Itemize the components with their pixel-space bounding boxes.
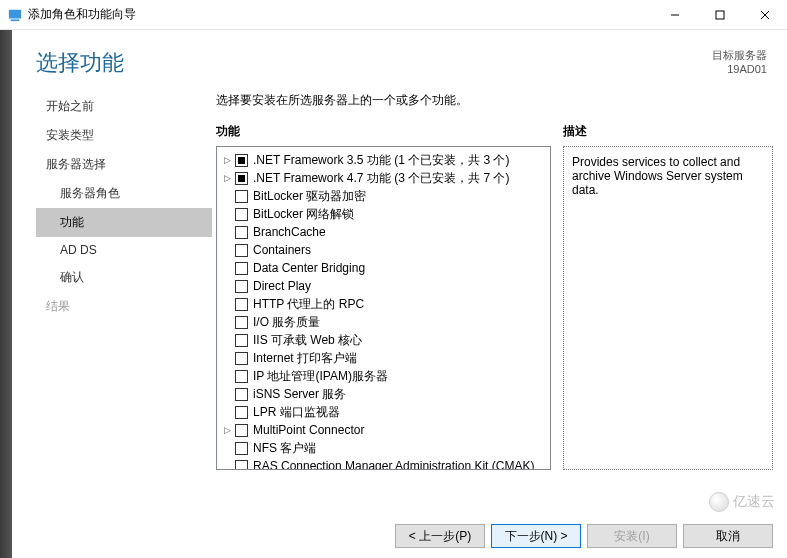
tree-label: .NET Framework 3.5 功能 (1 个已安装，共 3 个)	[253, 152, 509, 169]
checkbox[interactable]	[235, 424, 248, 437]
tree-row[interactable]: BitLocker 驱动器加密	[219, 187, 548, 205]
features-label: 功能	[216, 123, 551, 140]
tree-row[interactable]: ▷.NET Framework 4.7 功能 (3 个已安装，共 7 个)	[219, 169, 548, 187]
checkbox[interactable]	[235, 262, 248, 275]
description-text: Provides services to collect and archive…	[572, 155, 743, 197]
checkbox[interactable]	[235, 460, 248, 471]
tree-label: Internet 打印客户端	[253, 350, 357, 367]
nav-item-6[interactable]: 确认	[36, 263, 212, 292]
maximize-button[interactable]	[697, 0, 742, 30]
checkbox[interactable]	[235, 280, 248, 293]
page-title: 选择功能	[36, 48, 124, 78]
svg-rect-1	[11, 19, 20, 21]
watermark-text: 亿速云	[733, 493, 775, 511]
tree-row[interactable]: LPR 端口监视器	[219, 403, 548, 421]
nav-item-5[interactable]: AD DS	[36, 237, 212, 263]
checkbox[interactable]	[235, 208, 248, 221]
app-icon	[8, 8, 22, 22]
wizard-footer: < 上一步(P) 下一步(N) > 安装(I) 取消	[395, 524, 773, 548]
tree-row[interactable]: Data Center Bridging	[219, 259, 548, 277]
install-button: 安装(I)	[587, 524, 677, 548]
window-title: 添加角色和功能向导	[28, 6, 136, 23]
nav-item-4[interactable]: 功能	[36, 208, 212, 237]
tree-label: RAS Connection Manager Administration Ki…	[253, 459, 534, 470]
tree-row[interactable]: RAS Connection Manager Administration Ki…	[219, 457, 548, 470]
nav-item-3[interactable]: 服务器角色	[36, 179, 212, 208]
expander-icon[interactable]: ▷	[221, 425, 233, 435]
checkbox[interactable]	[235, 388, 248, 401]
tree-row[interactable]: Internet 打印客户端	[219, 349, 548, 367]
checkbox[interactable]	[235, 352, 248, 365]
tree-label: Direct Play	[253, 279, 311, 293]
tree-row[interactable]: Containers	[219, 241, 548, 259]
checkbox[interactable]	[235, 442, 248, 455]
tree-label: NFS 客户端	[253, 440, 316, 457]
expander-icon[interactable]: ▷	[221, 173, 233, 183]
nav-item-7: 结果	[36, 292, 212, 321]
nav-item-0[interactable]: 开始之前	[36, 92, 212, 121]
tree-row[interactable]: I/O 服务质量	[219, 313, 548, 331]
wizard-nav: 开始之前安装类型服务器选择服务器角色功能AD DS确认结果	[36, 88, 212, 470]
tree-label: HTTP 代理上的 RPC	[253, 296, 364, 313]
tree-label: BitLocker 驱动器加密	[253, 188, 366, 205]
description-box: Provides services to collect and archive…	[563, 146, 773, 470]
tree-row[interactable]: iSNS Server 服务	[219, 385, 548, 403]
description-label: 描述	[563, 123, 773, 140]
svg-rect-0	[9, 9, 21, 18]
tree-row[interactable]: ▷.NET Framework 3.5 功能 (1 个已安装，共 3 个)	[219, 151, 548, 169]
tree-label: BranchCache	[253, 225, 326, 239]
watermark: 亿速云	[709, 492, 775, 512]
features-tree[interactable]: ▷.NET Framework 3.5 功能 (1 个已安装，共 3 个)▷.N…	[216, 146, 551, 470]
tree-row[interactable]: IP 地址管理(IPAM)服务器	[219, 367, 548, 385]
nav-item-2[interactable]: 服务器选择	[36, 150, 212, 179]
dest-label: 目标服务器	[712, 48, 767, 62]
tree-row[interactable]: HTTP 代理上的 RPC	[219, 295, 548, 313]
tree-row[interactable]: BitLocker 网络解锁	[219, 205, 548, 223]
left-accent-bar	[0, 30, 12, 558]
checkbox[interactable]	[235, 370, 248, 383]
tree-label: BitLocker 网络解锁	[253, 206, 354, 223]
tree-label: Data Center Bridging	[253, 261, 365, 275]
tree-label: .NET Framework 4.7 功能 (3 个已安装，共 7 个)	[253, 170, 509, 187]
cancel-button[interactable]: 取消	[683, 524, 773, 548]
tree-row[interactable]: BranchCache	[219, 223, 548, 241]
checkbox[interactable]	[235, 244, 248, 257]
tree-label: I/O 服务质量	[253, 314, 320, 331]
tree-label: MultiPoint Connector	[253, 423, 364, 437]
checkbox[interactable]	[235, 226, 248, 239]
checkbox[interactable]	[235, 190, 248, 203]
checkbox[interactable]	[235, 298, 248, 311]
checkbox[interactable]	[235, 172, 248, 185]
dest-value: 19AD01	[712, 62, 767, 76]
prev-button[interactable]: < 上一步(P)	[395, 524, 485, 548]
next-button[interactable]: 下一步(N) >	[491, 524, 581, 548]
tree-label: IP 地址管理(IPAM)服务器	[253, 368, 388, 385]
checkbox[interactable]	[235, 406, 248, 419]
destination-server-info: 目标服务器 19AD01	[712, 48, 767, 77]
instruction-text: 选择要安装在所选服务器上的一个或多个功能。	[216, 88, 773, 109]
minimize-button[interactable]	[652, 0, 697, 30]
tree-label: IIS 可承载 Web 核心	[253, 332, 362, 349]
close-button[interactable]	[742, 0, 787, 30]
tree-label: LPR 端口监视器	[253, 404, 340, 421]
watermark-icon	[709, 492, 729, 512]
titlebar: 添加角色和功能向导	[0, 0, 787, 30]
tree-label: iSNS Server 服务	[253, 386, 346, 403]
tree-label: Containers	[253, 243, 311, 257]
tree-row[interactable]: NFS 客户端	[219, 439, 548, 457]
expander-icon[interactable]: ▷	[221, 155, 233, 165]
tree-row[interactable]: IIS 可承载 Web 核心	[219, 331, 548, 349]
tree-row[interactable]: Direct Play	[219, 277, 548, 295]
tree-row[interactable]: ▷MultiPoint Connector	[219, 421, 548, 439]
nav-item-1[interactable]: 安装类型	[36, 121, 212, 150]
checkbox[interactable]	[235, 334, 248, 347]
checkbox[interactable]	[235, 316, 248, 329]
checkbox[interactable]	[235, 154, 248, 167]
svg-rect-3	[716, 11, 724, 19]
